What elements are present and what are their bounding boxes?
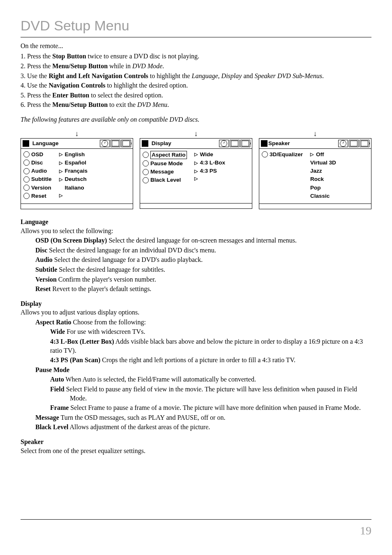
- t: Turn the OSD messages, such as PLAY and …: [59, 414, 226, 421]
- footer-rule: [21, 519, 371, 520]
- radio-icon: [23, 193, 30, 199]
- t: Language, Display: [192, 72, 242, 79]
- t: Select Frame to pause a frame of a movie…: [69, 404, 361, 411]
- grid-tab-icon: [142, 140, 148, 147]
- radio-icon: [262, 151, 268, 157]
- steps-list: 1. Press the Stop Button twice to ensure…: [21, 52, 371, 109]
- t: Disc: [35, 247, 47, 254]
- menu-item: Disc: [31, 159, 43, 166]
- section-speaker-intro: Select from one of the preset equalizer …: [21, 446, 371, 456]
- t: 2. Press the: [21, 62, 52, 69]
- t: Aspect Ratio: [35, 319, 71, 326]
- menu-item: OSD: [31, 151, 43, 158]
- option: Español: [65, 159, 87, 166]
- triangle-icon: ▷: [194, 168, 198, 174]
- arrow-down-icon: ↓: [21, 130, 133, 137]
- grid-tab-icon: [261, 140, 267, 147]
- t: Version: [35, 276, 57, 283]
- t: and: [242, 72, 254, 79]
- radio-icon: [23, 151, 30, 157]
- menu-item-selected: Aspect Ratio: [150, 151, 187, 159]
- t: DVD Menu: [137, 101, 167, 108]
- clock-tab-icon: [338, 140, 348, 147]
- speaker-panel: Speaker 3D/Equalizer ▷Off Virtual 3D Jaz…: [259, 138, 371, 209]
- option: Deutsch: [65, 176, 87, 183]
- panel-title: Display: [152, 140, 171, 147]
- t: Enter Button: [52, 92, 89, 99]
- triangle-icon: ▷: [59, 176, 62, 183]
- triangle-icon: ▷: [194, 176, 198, 182]
- option: Classic: [310, 192, 330, 200]
- t: Pause Mode: [35, 366, 69, 373]
- menu-item: Reset: [31, 192, 46, 200]
- t: 1. Press the: [21, 53, 52, 60]
- t: to highlight the: [148, 72, 192, 79]
- t: 4. Use the: [21, 82, 48, 89]
- triangle-icon: ▷: [194, 151, 198, 157]
- arrow-down-icon: ↓: [259, 130, 371, 137]
- option: Pop: [310, 184, 321, 192]
- t: 4:3 PS (Pan Scan): [50, 356, 100, 363]
- option: Off: [316, 151, 324, 158]
- t: .: [167, 101, 169, 108]
- section-speaker-heading: Speaker: [21, 437, 371, 446]
- t: When Auto is selected, the Field/Frame w…: [64, 376, 256, 383]
- triangle-icon: ▷: [59, 151, 62, 157]
- section-language-heading: Language: [21, 217, 371, 227]
- option: 4:3 L-Box: [200, 159, 226, 166]
- t: For use with widescreen TVs.: [65, 328, 145, 335]
- t: twice to ensure a DVD disc is not playin…: [86, 53, 200, 60]
- t: Black Level: [35, 423, 68, 430]
- triangle-icon: ▷: [59, 160, 62, 166]
- speaker-tab-icon: [360, 140, 369, 147]
- section-language-intro: Allows you to select the following:: [21, 227, 371, 236]
- triangle-icon: ▷: [59, 192, 62, 199]
- t: Select Field to pause any field of view …: [65, 386, 357, 402]
- t: Menu/Setup Button: [52, 101, 108, 108]
- t: Choose from the following:: [71, 319, 146, 326]
- radio-icon: [143, 160, 149, 166]
- t: Confirm the player's version number.: [57, 276, 156, 283]
- t: 4:3 L-Box (Letter Box): [50, 338, 114, 345]
- intro-text: On the remote...: [21, 42, 371, 51]
- section-display-heading: Display: [21, 299, 371, 308]
- option: Français: [65, 167, 88, 175]
- t: OSD (On Screen Display): [35, 237, 107, 244]
- menu-item: Subtitle: [31, 176, 52, 183]
- display-tab-icon: [230, 140, 240, 147]
- t: 3. Use the: [21, 72, 48, 79]
- menu-item: 3D/Equalizer: [270, 151, 303, 158]
- t: Select the desired language for on-scree…: [107, 237, 297, 244]
- menu-item: Version: [31, 184, 51, 192]
- t: 6. Press the: [21, 101, 52, 108]
- t: Stop Button: [52, 53, 86, 60]
- t: to select the desired option.: [89, 92, 163, 99]
- t: DVD Mode: [132, 62, 162, 69]
- menu-item: Black Level: [150, 176, 181, 184]
- panel-title: Language: [32, 140, 59, 147]
- t: Select the desired language for an indiv…: [47, 247, 216, 254]
- panel-title: Speaker: [268, 140, 290, 147]
- t: Audio: [35, 256, 53, 263]
- t: Reset: [35, 285, 51, 292]
- triangle-icon: ▷: [310, 151, 314, 157]
- t: Menu/Setup Button: [52, 62, 108, 69]
- language-tab-icon: [23, 140, 29, 147]
- t: Navigation Controls: [48, 82, 105, 89]
- radio-icon: [143, 177, 149, 183]
- option: English: [65, 151, 85, 158]
- compatibility-note: The following features are available onl…: [21, 115, 371, 124]
- t: Field: [50, 386, 65, 393]
- radio-icon: [23, 176, 30, 183]
- t: Select the desired language for a DVD's …: [53, 256, 203, 263]
- speaker-tab-icon: [240, 140, 250, 147]
- t: .: [322, 72, 324, 79]
- t: Select the desired language for subtitle…: [57, 266, 165, 273]
- radio-icon: [23, 160, 30, 166]
- triangle-icon: ▷: [194, 160, 198, 166]
- radio-icon: [143, 152, 149, 158]
- radio-icon: [143, 169, 149, 175]
- option: Wide: [200, 151, 213, 158]
- t: to highlight the desired option.: [105, 82, 188, 89]
- t: Allows adjustment of the darkest areas o…: [68, 423, 210, 430]
